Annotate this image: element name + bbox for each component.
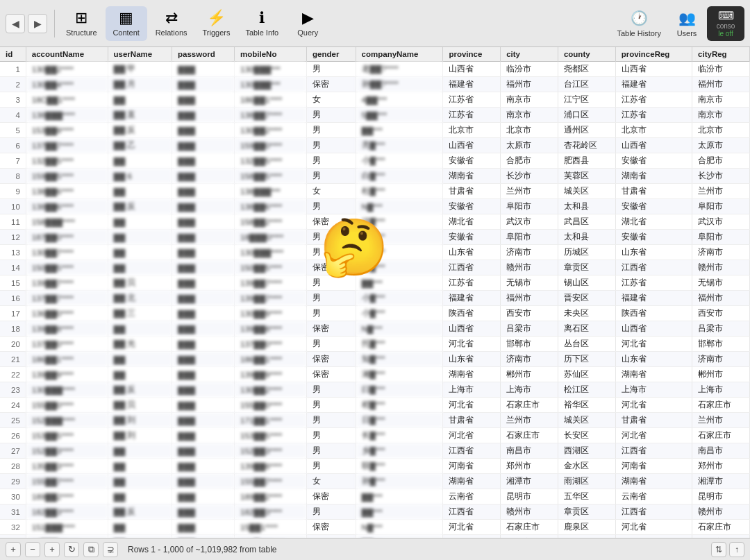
filter-button[interactable]: ⊋: [103, 542, 118, 557]
table-history-button[interactable]: 🕐 Table History: [611, 7, 667, 40]
cell-18-2: ▓▓ 光: [108, 337, 172, 352]
cell-5-9: 杏花岭区: [558, 138, 615, 153]
cell-27-9: 雨湖区: [558, 474, 615, 489]
table-row[interactable]: 22139▓▓9****▓▓ ▓▓▓139▓▓9****保密湘▓***湖南省郴州…: [0, 367, 750, 382]
table-row[interactable]: 18139▓▓8****▓▓ ▓▓▓139▓▓8****保密N▓***山西省吕梁…: [0, 321, 750, 337]
table-row[interactable]: 3315▓▓▓02****▓▓ ▓▓▓186▓232****男▓▓***湖北省武…: [0, 535, 750, 538]
table-row[interactable]: 8159▓▓5****▓▓ 6▓▓▓158▓▓5****男白▓***湖南省长沙市…: [0, 169, 750, 184]
cell-16-0: 17: [0, 306, 26, 321]
cell-25-2: ▓▓: [108, 443, 172, 459]
toolbar-item-relations[interactable]: ⇄ Relations: [149, 6, 194, 41]
cell-11-2: ▓▓: [108, 230, 172, 245]
table-history-label: Table History: [617, 29, 661, 37]
toolbar-separator: [54, 10, 55, 37]
table-row[interactable]: 5153▓▓8****▓▓ 反▓▓▓130▓▓2****男▓▓***北京市北京市…: [0, 123, 750, 138]
cell-22-11: 石家庄市: [692, 398, 750, 413]
nav-back-button[interactable]: ◀: [6, 14, 25, 33]
table-row[interactable]: 2130▓▓4****▓▓ 月▓▓▓130▓▓▓***保密孙▓▓?****福建省…: [0, 77, 750, 92]
cell-24-10: 河北省: [615, 428, 692, 443]
add-col-button[interactable]: +: [44, 542, 60, 557]
cell-29-9: 章贡区: [558, 504, 615, 520]
table-row[interactable]: 27152▓▓3****▓▓ ▓▓▓152▓▓3****男乡▓***江西省南昌市…: [0, 443, 750, 459]
cell-20-7: 湖南省: [443, 367, 501, 382]
table-row[interactable]: 25152▓▓▓****▓▓ 刘▓▓▓171▓▓1****男日▓***甘肃省兰州…: [0, 413, 750, 428]
toolbar-item-content[interactable]: ▦ Content: [106, 6, 147, 41]
cell-23-5: 男: [307, 413, 356, 428]
cell-28-9: 五华区: [558, 489, 615, 504]
cell-11-11: 阜阳市: [692, 230, 750, 245]
cell-13-1: 150▓▓5****: [26, 260, 108, 275]
table-row[interactable]: 11158▓▓▓****▓▓ ▓▓▓158▓▓2****保密沈▓***湖北省武汉…: [0, 214, 750, 230]
table-row[interactable]: 14150▓▓5****▓▓ ▓▓▓150▓▓5****保密赵▓***江西省赣州…: [0, 260, 750, 275]
table-row[interactable]: 15139▓▓7****▓▓ 贝▓▓▓139▓▓7****男▓▓***江苏省无锡…: [0, 275, 750, 291]
table-container[interactable]: idaccountNameuserNamepasswordmobileNogen…: [0, 47, 750, 538]
col-header-accountName: accountName: [26, 47, 108, 62]
cell-15-9: 晋安区: [558, 291, 615, 306]
cell-15-6: 小▓***: [356, 291, 443, 306]
table-row[interactable]: 17136▓▓0****▓▓ 三▓▓▓130▓▓9****男小▓***陕西省西安…: [0, 306, 750, 321]
cell-7-10: 湖南省: [615, 169, 692, 184]
cell-2-8: 南京市: [501, 92, 558, 108]
table-row[interactable]: 6137▓▓7****▓▓ 乙▓▓▓159▓▓0****男亮▓***山西省太原市…: [0, 138, 750, 153]
console-button[interactable]: ⌨ conso le off: [707, 6, 744, 41]
cell-13-3: ▓▓▓: [172, 260, 235, 275]
users-button[interactable]: 👥 Users: [669, 7, 704, 40]
toolbar-item-tableinfo[interactable]: ℹ Table Info: [239, 6, 286, 41]
export-button[interactable]: ↑: [729, 542, 744, 557]
remove-row-button[interactable]: −: [25, 542, 40, 557]
cell-10-8: 武汉市: [501, 214, 558, 230]
table-row[interactable]: 32151▓▓▓****▓▓ ▓▓▓15▓▓1****保密N▓***河北省石家庄…: [0, 520, 750, 535]
sort-button[interactable]: ⇅: [711, 542, 726, 557]
table-row[interactable]: 21186▓▓1****▓▓ ▓▓▓186▓▓1****保密知▓***山东省济南…: [0, 352, 750, 367]
cell-8-11: 兰州市: [692, 184, 750, 199]
cell-23-6: 日▓***: [356, 413, 443, 428]
table-row[interactable]: 10138▓▓6****▓▓ 反▓▓▓138▓▓6****男N▓***安徽省阜阳…: [0, 199, 750, 214]
cell-29-6: ▓▓***: [356, 504, 443, 520]
relations-label: Relations: [156, 28, 188, 37]
cell-1-6: 孙▓▓?****: [356, 77, 443, 92]
cell-12-11: 济南市: [692, 245, 750, 260]
add-row-button[interactable]: +: [6, 542, 21, 557]
table-row[interactable]: 1130▓▓2****▓▓ 甲▓▓▓130▓▓▓***男老▓▓?****山西省临…: [0, 62, 750, 77]
table-row[interactable]: 7132▓▓5****▓▓ ▓▓▓132▓▓5****男小▓***安徽省合肥市肥…: [0, 153, 750, 169]
cell-10-2: ▓▓: [108, 214, 172, 230]
cell-27-1: 155▓▓7****: [26, 474, 108, 489]
table-row[interactable]: 29155▓▓7****▓▓ ▓▓▓155▓▓7****女孙▓***湖南省湘潭市…: [0, 474, 750, 489]
toolbar-item-structure[interactable]: ⊞ Structure: [59, 6, 104, 41]
cell-9-1: 138▓▓6****: [26, 199, 108, 214]
table-row[interactable]: 20137▓▓0****▓▓ 光▓▓▓137▓▓0****男托▓***河北省邯郸…: [0, 337, 750, 352]
cell-8-3: ▓▓▓: [172, 184, 235, 199]
cell-2-5: 女: [307, 92, 356, 108]
table-row[interactable]: 16137▓▓7****▓▓ 北▓▓▓139▓▓7****男小▓***福建省福州…: [0, 291, 750, 306]
table-row[interactable]: 318C▓▓1****▓▓ ▓▓▓186▓▓1****女4▓▓***江苏省南京市…: [0, 92, 750, 108]
cell-15-3: ▓▓▓: [172, 291, 235, 306]
cell-9-7: 安徽省: [443, 199, 501, 214]
refresh-button[interactable]: ↻: [64, 542, 79, 557]
table-row[interactable]: 24155▓▓0****▓▓ 贝▓▓▓155▓▓0****男稻▓***河北省石家…: [0, 398, 750, 413]
cell-10-6: 沈▓***: [356, 214, 443, 230]
col-header-city: city: [501, 47, 558, 62]
table-row[interactable]: 12187▓▓0****▓▓ ▓▓▓18▓▓▓0****男吴▓***安徽省阜阳市…: [0, 230, 750, 245]
cell-26-1: 135▓▓3****: [26, 459, 108, 474]
toolbar-item-query[interactable]: ▶ Query: [287, 6, 328, 41]
toolbar-item-triggers[interactable]: ⚡ Triggers: [196, 6, 238, 41]
copy-button[interactable]: ⧉: [83, 542, 99, 557]
cell-0-10: 山西省: [615, 62, 692, 77]
nav-forward-button[interactable]: ▶: [28, 14, 47, 33]
cell-23-1: 152▓▓▓****: [26, 413, 108, 428]
table-row[interactable]: 9138▓▓6****▓▓ ▓▓▓138▓▓▓***女杜▓***甘肃省兰州市城关…: [0, 184, 750, 199]
table-row[interactable]: 4138▓▓▓****▓▓ 直▓▓▓138▓▓7****男5▓▓***江苏省南京…: [0, 108, 750, 123]
table-row[interactable]: 26153▓▓5****▓▓ 刘▓▓▓153▓▓5****男长▓***河北省石家…: [0, 428, 750, 443]
cell-18-3: ▓▓▓: [172, 337, 235, 352]
cell-14-1: 139▓▓7****: [26, 275, 108, 291]
table-row[interactable]: 13130▓▓7****▓▓ ▓▓▓130▓▓▓****男仲▓***山东省济南市…: [0, 245, 750, 260]
col-header-county: county: [558, 47, 615, 62]
cell-13-9: 章贡区: [558, 260, 615, 275]
cell-17-3: ▓▓▓: [172, 321, 235, 337]
cell-30-9: 鹿泉区: [558, 520, 615, 535]
table-row[interactable]: 23130▓▓▓****▓▓ 反▓▓▓130▓▓2****男曰▓***上海市上海…: [0, 382, 750, 398]
table-row[interactable]: 28135▓▓3****▓▓ ▓▓▓139▓▓8****男联▓***河南省郑州市…: [0, 459, 750, 474]
table-row[interactable]: 30189▓▓2****▓▓ ▓▓▓189▓▓2****保密▓▓***云南省昆明…: [0, 489, 750, 504]
table-row[interactable]: 31182▓▓3****▓▓ 反▓▓▓182▓▓3****男▓▓***江西省赣州…: [0, 504, 750, 520]
cell-22-9: 裕华区: [558, 398, 615, 413]
